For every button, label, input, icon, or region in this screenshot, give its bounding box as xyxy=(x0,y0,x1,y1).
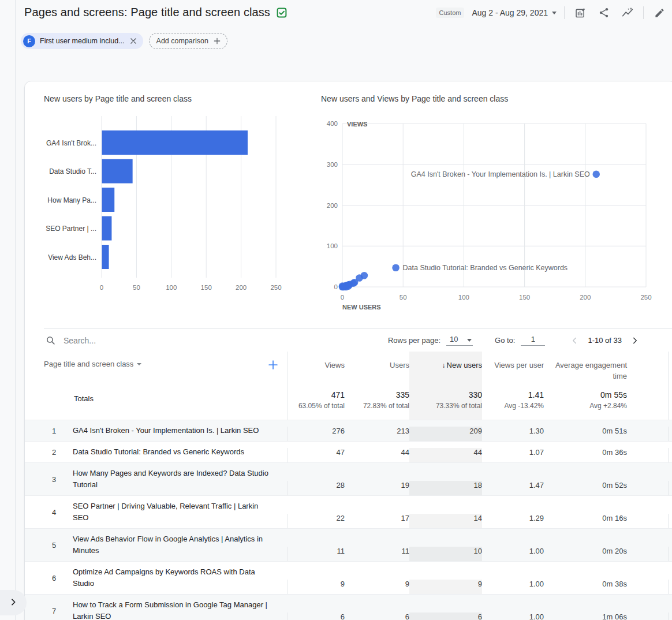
dimension-header-dropdown[interactable]: Page title and screen class xyxy=(44,358,141,369)
row-views: 6 xyxy=(288,612,345,620)
row-page-title: GA4 Isn't Broken - Your Implementation I… xyxy=(73,420,288,441)
expand-nav-button[interactable] xyxy=(0,590,27,615)
row-users: 19 xyxy=(345,481,409,495)
edit-pencil-icon[interactable] xyxy=(651,5,667,21)
totals-label: Totals xyxy=(25,383,288,420)
column-header-views-per-user[interactable]: Views per user xyxy=(482,352,544,383)
svg-text:Data Studio Tutorial: Branded: Data Studio Tutorial: Branded vs Generic… xyxy=(403,264,568,272)
share-icon[interactable] xyxy=(596,5,612,21)
svg-text:200: 200 xyxy=(580,294,591,301)
add-comparison-button[interactable]: Add comparison xyxy=(149,33,227,49)
row-avg-engagement: 0m 52s xyxy=(544,481,669,495)
rows-per-page-select[interactable]: 10 xyxy=(446,335,473,346)
table-row[interactable]: 7 How to Track a Form Submission in Goog… xyxy=(25,594,672,620)
row-avg-engagement: 0m 36s xyxy=(544,448,669,462)
row-number: 3 xyxy=(25,475,73,484)
bar-chart-title: New users by Page title and screen class xyxy=(44,94,192,103)
row-page-title: How Many Pages and Keywords are Indexed?… xyxy=(73,463,288,495)
row-views: 47 xyxy=(288,448,345,462)
row-new-users: 9 xyxy=(409,580,482,594)
svg-text:Data Studio T...: Data Studio T... xyxy=(49,167,96,175)
row-users: 11 xyxy=(345,547,409,561)
customize-report-icon[interactable] xyxy=(572,5,588,21)
table-row[interactable]: 6 Optimize Ad Campaigns by Keywords ROAS… xyxy=(25,561,672,594)
dimension-header-label: Page title and screen class xyxy=(44,358,133,369)
goto-label: Go to: xyxy=(495,336,515,345)
column-header-users[interactable]: Users xyxy=(345,352,409,383)
plus-icon xyxy=(267,358,279,371)
table-row[interactable]: 2 Data Studio Tutorial: Branded vs Gener… xyxy=(25,441,672,462)
comparison-chip[interactable]: F First user medium includ... xyxy=(21,33,143,49)
date-custom-badge: Custom xyxy=(436,8,465,18)
chevron-down-icon xyxy=(137,363,141,365)
svg-text:GA4 Isn't Broken - Your Implem: GA4 Isn't Broken - Your Implementation I… xyxy=(411,170,590,178)
scatter-chart[interactable]: 0100200300400050100150200250VIEWSNEW USE… xyxy=(321,107,657,313)
totals-new-users-sub: 73.33% of total xyxy=(409,401,482,411)
column-header-avg-engagement[interactable]: Average engagement time xyxy=(544,352,669,383)
totals-new-users: 330 xyxy=(409,389,482,401)
collapsed-nav-rail xyxy=(0,0,16,620)
svg-text:150: 150 xyxy=(519,294,530,301)
date-range-picker[interactable]: Aug 2 - Aug 29, 2021 xyxy=(472,8,557,17)
row-new-users: 44 xyxy=(409,448,482,462)
comparison-avatar: F xyxy=(23,35,35,47)
close-icon[interactable] xyxy=(129,37,137,45)
totals-avg-engagement: 0m 55s xyxy=(544,389,627,401)
row-views-per-user: 1.07 xyxy=(482,448,544,462)
svg-text:200: 200 xyxy=(236,284,247,291)
row-new-users: 10 xyxy=(409,547,482,561)
totals-views-per-user: 1.41 xyxy=(482,389,544,401)
sort-descending-icon: ↓ xyxy=(442,361,446,369)
row-views-per-user: 1.00 xyxy=(482,612,544,620)
prev-page-icon[interactable] xyxy=(567,335,582,346)
svg-text:View Ads Beh...: View Ads Beh... xyxy=(48,253,96,262)
column-header-new-users[interactable]: ↓New users xyxy=(409,352,482,383)
bar-chart[interactable]: 050100150200250GA4 Isn't Brok...Data Stu… xyxy=(44,109,311,300)
rows-per-page-label: Rows per page: xyxy=(388,336,440,345)
row-views-per-user: 1.29 xyxy=(482,514,544,528)
totals-users-sub: 72.83% of total xyxy=(345,401,409,411)
svg-text:GA4 Isn't Brok...: GA4 Isn't Brok... xyxy=(46,139,96,147)
svg-text:150: 150 xyxy=(201,284,212,291)
row-page-title: How to Track a Form Submission in Google… xyxy=(73,595,288,620)
report-card: New users by Page title and screen class… xyxy=(24,81,672,620)
row-users: 213 xyxy=(345,427,409,441)
totals-avg-engagement-sub: Avg +2.84% xyxy=(544,401,627,411)
column-header-views[interactable]: Views xyxy=(288,352,345,383)
svg-text:50: 50 xyxy=(400,294,407,301)
row-number: 5 xyxy=(25,541,73,550)
row-number: 2 xyxy=(25,448,73,457)
divider xyxy=(643,6,644,19)
row-number: 1 xyxy=(25,427,73,435)
row-avg-engagement: 0m 38s xyxy=(544,580,669,594)
row-new-users: 18 xyxy=(409,481,482,495)
svg-text:100: 100 xyxy=(327,242,338,249)
row-page-title: Data Studio Tutorial: Branded vs Generic… xyxy=(73,442,288,462)
table-header: Page title and screen class Views Users … xyxy=(25,352,672,383)
add-metric-button[interactable] xyxy=(267,358,279,373)
date-range-label: Aug 2 - Aug 29, 2021 xyxy=(472,8,548,17)
pagination-controls: Rows per page: 10 Go to: 1 1-10 of 33 xyxy=(388,335,643,346)
scatter-chart-title: New users and Views by Page title and sc… xyxy=(321,94,508,103)
search-input[interactable] xyxy=(64,336,237,345)
svg-text:SEO Partner | ...: SEO Partner | ... xyxy=(46,225,96,233)
next-page-icon[interactable] xyxy=(628,335,643,346)
table-row[interactable]: 1 GA4 Isn't Broken - Your Implementation… xyxy=(25,420,672,441)
search-icon xyxy=(46,335,55,345)
table-row[interactable]: 5 View Ads Behavior Flow in Google Analy… xyxy=(25,528,672,561)
svg-text:0: 0 xyxy=(100,284,103,291)
row-new-users: 14 xyxy=(409,514,482,528)
insights-icon[interactable] xyxy=(619,5,636,21)
svg-text:How Many Pa...: How Many Pa... xyxy=(47,196,96,204)
row-views-per-user: 1.30 xyxy=(482,427,544,441)
table-row[interactable]: 4 SEO Partner | Driving Valuable, Releva… xyxy=(25,495,672,528)
row-new-users: 209 xyxy=(409,427,482,441)
row-views: 9 xyxy=(288,580,345,594)
row-users: 17 xyxy=(345,514,409,528)
svg-text:50: 50 xyxy=(133,284,140,291)
goto-page-input[interactable]: 1 xyxy=(521,335,545,346)
comparison-chip-label: First user medium includ... xyxy=(40,37,125,45)
table-row[interactable]: 3 How Many Pages and Keywords are Indexe… xyxy=(25,462,672,495)
svg-text:0: 0 xyxy=(334,283,338,290)
row-number: 6 xyxy=(25,574,73,582)
